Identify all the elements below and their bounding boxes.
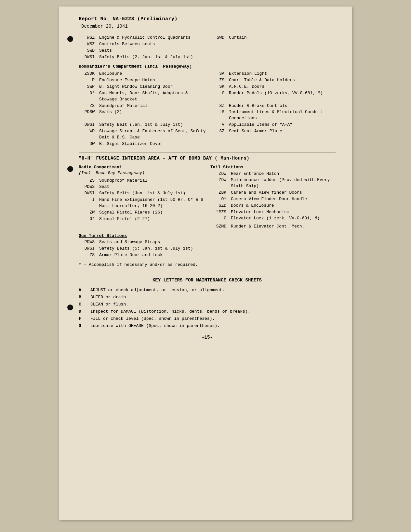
desc-pdsw: Seats (2) bbox=[99, 109, 206, 122]
code-zdw1: ZDW bbox=[210, 171, 228, 177]
desc-ls: Instrument Lines & Electrical Conduit Co… bbox=[229, 109, 336, 122]
key-letter-b: B bbox=[79, 294, 88, 301]
code-ostar1: O* bbox=[79, 90, 97, 103]
accomplishment-note: * - Accomplish if necessary and/or as re… bbox=[79, 262, 336, 267]
code-szmd: SZMD bbox=[210, 224, 228, 230]
code-empty3 bbox=[208, 54, 226, 60]
code-sk: SK bbox=[208, 84, 226, 90]
key-letter-g: G bbox=[79, 322, 88, 330]
desc-zw-radio: Signal Pistol Flares (26) bbox=[99, 210, 204, 216]
desc-swd-r: Curtain bbox=[229, 35, 336, 41]
code-szd: SZD bbox=[210, 203, 228, 209]
desc-pdws-gun: Seats and Stowage Straps bbox=[99, 239, 336, 245]
key-letter-f: F bbox=[79, 315, 88, 322]
code-ls: LS bbox=[208, 109, 226, 122]
bombardier-heading: Bombardier's Compartment (Incl. Passagew… bbox=[79, 64, 336, 69]
desc-sa: Extension Light bbox=[229, 71, 336, 77]
code-empty2 bbox=[208, 48, 226, 54]
szmd-item: SZMD Rudder & Elevator Cont. Mech. bbox=[210, 224, 336, 230]
desc-empty2 bbox=[229, 48, 336, 54]
desc-zs-gun: Armor Plate Door and Lock bbox=[99, 252, 336, 258]
code-dwsi-gun: DWSI bbox=[79, 246, 97, 252]
desc-szd: Doors & Enclosure bbox=[231, 203, 336, 209]
document-page: Report No. NA-5223 (Preliminary) Decembe… bbox=[59, 6, 352, 520]
desc-dwsi-top: Safety Belts (2, Jan. 1st & July 1st) bbox=[99, 54, 206, 60]
radio-items: ZS Soundproof Material PDWS Seat DWSI Sa… bbox=[79, 177, 204, 222]
code-swd: SWD bbox=[79, 48, 97, 54]
desc-g-tail: Elevator Lock (1 zerk, VV-G-681, M) bbox=[231, 215, 336, 222]
desc-sz-seat: Seat Seat Armor Plate bbox=[229, 128, 336, 141]
desc-swp: B. Sight Window Cleaning Door bbox=[99, 84, 206, 90]
tail-heading: Tail Stations bbox=[210, 165, 336, 170]
key-desc-f: FILL or check level (Spec. shown in pare… bbox=[90, 315, 336, 322]
bullet-3 bbox=[67, 305, 73, 310]
key-letters-heading: KEY LETTERS FOR MAINTENANCE CHECK SHEETS bbox=[79, 278, 336, 283]
radio-item-zs: ZS Soundproof Material bbox=[79, 178, 204, 184]
desc-p: Enclosure Escape Hatch bbox=[99, 77, 206, 84]
code-swp: SWP bbox=[79, 84, 97, 90]
code-empty1 bbox=[208, 41, 226, 47]
code-empty-r bbox=[208, 141, 226, 147]
desc-wd: Stowage Straps & Fasteners of Seat, Safe… bbox=[99, 128, 206, 141]
key-desc-d: Inspect for DAMAGE (Distortion, nicks, d… bbox=[90, 308, 336, 315]
code-i-radio: I bbox=[79, 197, 97, 209]
code-v: V bbox=[208, 122, 226, 128]
radio-item-dwsi: DWSI Safety Belts (Jan. 1st & July 1st) bbox=[79, 190, 204, 197]
desc-zsdk: Enclosure bbox=[99, 71, 206, 77]
radio-item-zw: ZW Signal Pistol Flares (26) bbox=[79, 210, 204, 216]
key-desc-c: CLEAN or flush. bbox=[90, 301, 336, 308]
code-p: P bbox=[79, 77, 97, 84]
code-wd: WD bbox=[79, 128, 97, 141]
code-dwsi-top: DWSI bbox=[79, 54, 97, 60]
radio-subheading: (Incl. Bomb Bay Passageway) bbox=[79, 171, 204, 175]
code-ostar-tail: O* bbox=[210, 196, 228, 202]
desc-zdw2: Maintenance Ladder (Provided with Every … bbox=[231, 177, 336, 189]
desc-sk: A.F.C.E. Doors bbox=[229, 84, 336, 90]
desc-ostar-tail: Camera View Finder Door Handle bbox=[231, 196, 336, 202]
desc-zs-radio: Soundproof Material bbox=[99, 178, 204, 184]
code-wsz2: WSZ bbox=[79, 41, 97, 47]
radio-tail-section: Radio Compartment (Incl. Bomb Bay Passag… bbox=[79, 165, 336, 223]
gun-turret-section: Gun Turret Stations PDWS Seats and Stowa… bbox=[79, 233, 336, 258]
key-item-d: D Inspect for DAMAGE (Distortion, nicks,… bbox=[79, 308, 336, 315]
code-sz-rudder: SZ bbox=[208, 103, 226, 109]
tail-item-zbk: ZBK Camera and View finder Doors bbox=[210, 190, 336, 196]
code-zsdk: ZSDK bbox=[79, 71, 97, 77]
key-items-list: A ADJUST or check adjustment, or tension… bbox=[79, 287, 336, 330]
key-item-g: G Lubricate with GREASE (Spec. shown in … bbox=[79, 322, 336, 330]
code-zbk: ZBK bbox=[210, 190, 228, 196]
gun-turret-heading: Gun Turret Stations bbox=[79, 233, 336, 238]
radio-item-pdws: PDWS Seat bbox=[79, 184, 204, 190]
report-date: December 20, 1941 bbox=[81, 24, 336, 29]
code-zs-radio: ZS bbox=[79, 178, 97, 184]
desc-i-radio: Hand Fire Extinguisher (1st 50 Hr. O* & … bbox=[99, 197, 204, 209]
bombardier-items-grid: ZSDK Enclosure SA Extension Light P Encl… bbox=[79, 71, 336, 147]
desc-zbk: Camera and View finder Doors bbox=[231, 190, 336, 196]
desc-v: Applicable Items of "A-A" bbox=[229, 122, 336, 128]
code-ostar-radio: O* bbox=[79, 216, 97, 222]
bullet-1 bbox=[67, 36, 73, 42]
desc-zs-chart: Chart Table & Data Holders bbox=[229, 77, 336, 84]
code-pdws-gun: PDWS bbox=[79, 239, 97, 245]
code-dwsi-radio: DWSI bbox=[79, 190, 97, 197]
section-divider bbox=[79, 152, 336, 152]
tail-item-zdw1: ZDW Rear Entrance Hatch bbox=[210, 171, 336, 177]
key-letters-divider bbox=[79, 272, 336, 272]
szmd-spacer bbox=[79, 224, 204, 230]
key-item-b: B BLEED or drain. bbox=[79, 294, 336, 301]
report-title: Report No. NA-5223 (Preliminary) bbox=[79, 16, 336, 22]
desc-dwsi-gun: Safety Belts (5; Jan. 1st & July 1st) bbox=[99, 246, 336, 252]
desc-empty1 bbox=[229, 41, 336, 47]
hh-header: "H-H" FUSELAGE INTERIOR AREA - AFT OF BO… bbox=[79, 156, 336, 161]
tail-item-g: G Elevator Lock (1 zerk, VV-G-681, M) bbox=[210, 215, 336, 222]
top-items-grid: WSZ Engine & Hydraulic Control Quadrants… bbox=[79, 35, 336, 60]
tail-items: ZDW Rear Entrance Hatch ZDW Maintenance … bbox=[210, 171, 336, 222]
code-swd-r: SWD bbox=[208, 35, 226, 41]
tail-stations-col: Tail Stations ZDW Rear Entrance Hatch ZD… bbox=[210, 165, 336, 223]
desc-ostar1: Gun Mounts, Door Shafts, Adaptors & Stow… bbox=[99, 90, 206, 103]
gun-item-dwsi: DWSI Safety Belts (5; Jan. 1st & July 1s… bbox=[79, 246, 336, 252]
desc-wsz2: Controls Between seats bbox=[99, 41, 206, 47]
key-letter-a: A bbox=[79, 287, 88, 294]
radio-compartment-col: Radio Compartment (Incl. Bomb Bay Passag… bbox=[79, 165, 204, 223]
szmd-row: SZMD Rudder & Elevator Cont. Mech. bbox=[79, 224, 336, 230]
